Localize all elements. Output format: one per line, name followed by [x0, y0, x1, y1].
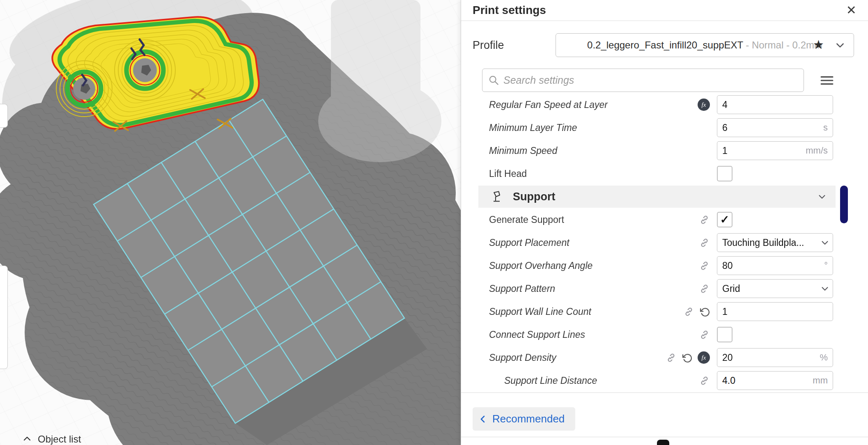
setting-label: Lift Head — [489, 168, 527, 179]
setting-checkbox[interactable] — [717, 327, 733, 342]
setting-control: 1mm/s — [717, 141, 833, 160]
setting-label: Support Wall Line Count — [489, 306, 591, 317]
setting-control: 6s — [717, 118, 833, 137]
section-header-support[interactable]: Support — [478, 186, 836, 208]
setting-input[interactable]: 4 — [717, 95, 833, 114]
setting-icons — [699, 260, 710, 271]
setting-label: Support Placement — [489, 237, 569, 248]
setting-row-generate-support: Generate Support✓ — [489, 208, 833, 231]
recommended-label: Recommended — [492, 413, 565, 425]
setting-value: 4 — [722, 99, 828, 110]
setting-row-support-overhang-angle: Support Overhang Angle80° — [489, 254, 833, 277]
revert-icon[interactable] — [700, 307, 710, 317]
chevron-down-icon — [835, 40, 845, 50]
setting-icons — [699, 375, 710, 386]
setting-checkbox[interactable] — [717, 166, 733, 181]
profile-value: 0.2_leggero_Fast_infill20_suppEXT — [587, 39, 743, 51]
setting-label: Support Overhang Angle — [489, 260, 592, 271]
scrollbar-thumb[interactable] — [840, 186, 848, 223]
setting-control: 4 — [717, 95, 833, 114]
setting-select[interactable]: Grid — [717, 279, 833, 298]
recommended-button[interactable]: Recommended — [473, 407, 575, 431]
setting-input[interactable]: 1 — [717, 302, 833, 321]
link-icon[interactable] — [666, 352, 677, 363]
search-input[interactable]: Search settings — [482, 69, 804, 92]
setting-control — [717, 327, 833, 342]
setting-control — [717, 166, 833, 181]
setting-select[interactable]: Touching Buildpla... — [717, 233, 833, 252]
setting-input[interactable]: 80° — [717, 256, 833, 275]
setting-value: 1 — [722, 145, 806, 156]
setting-row-lift-head: Lift Head — [489, 162, 833, 185]
left-toolbar-fragment-bottom[interactable] — [0, 266, 8, 369]
fx-icon[interactable]: fx — [698, 351, 710, 364]
link-icon[interactable] — [699, 329, 710, 340]
setting-control: 80° — [717, 256, 833, 275]
setting-input[interactable]: 1mm/s — [717, 141, 833, 160]
setting-value: Grid — [722, 283, 740, 294]
settings-list: Regular Fan Speed at Layerfx4Minimum Lay… — [461, 95, 868, 393]
setting-control: 20% — [717, 348, 833, 367]
object-list-button[interactable]: Object list — [22, 430, 81, 445]
setting-label: Minimum Layer Time — [489, 122, 577, 133]
setting-control: 4.0mm — [717, 371, 833, 390]
link-icon[interactable] — [699, 283, 710, 294]
chevron-down-icon — [820, 284, 829, 293]
revert-icon[interactable] — [682, 353, 692, 363]
viewport-3d[interactable]: Object list — [0, 0, 461, 445]
setting-row-connect-support-lines: Connect Support Lines — [489, 323, 833, 346]
setting-row-minimum-layer-time: Minimum Layer Time6s — [489, 116, 833, 139]
object-list-label: Object list — [38, 434, 81, 445]
setting-label: Connect Support Lines — [489, 329, 585, 340]
setting-row-support-line-distance: Support Line Distance4.0mm — [489, 369, 833, 392]
setting-icons — [699, 237, 710, 248]
sliced-model-render — [0, 0, 461, 445]
setting-input[interactable]: 20% — [717, 348, 833, 367]
profile-row: Profile 0.2_leggero_Fast_infill20_suppEX… — [473, 33, 854, 57]
panel-header: Print settings ✕ — [461, 0, 868, 21]
setting-label: Minimum Speed — [489, 145, 557, 156]
setting-label: Regular Fan Speed at Layer — [489, 99, 608, 110]
print-settings-panel: Print settings ✕ Profile 0.2_leggero_Fas… — [461, 0, 868, 445]
setting-value: Touching Buildpla... — [722, 237, 804, 248]
support-category-icon — [491, 190, 504, 203]
setting-icons — [699, 329, 710, 340]
setting-row-minimum-speed: Minimum Speed1mm/s — [489, 139, 833, 162]
setting-value: 6 — [722, 122, 823, 133]
setting-value: 1 — [722, 306, 828, 317]
bottom-strip — [461, 437, 868, 445]
setting-value: 4.0 — [722, 375, 813, 386]
search-row: Search settings — [482, 69, 868, 92]
link-icon[interactable] — [699, 375, 710, 386]
setting-unit: mm/s — [806, 145, 828, 156]
search-placeholder: Search settings — [503, 74, 574, 86]
profile-dropdown[interactable]: 0.2_leggero_Fast_infill20_suppEXT - Norm… — [556, 33, 854, 57]
setting-control: Grid — [717, 279, 833, 298]
link-icon[interactable] — [683, 306, 694, 317]
setting-value: 20 — [722, 352, 820, 363]
setting-label: Support Line Distance — [504, 375, 597, 386]
clipped-icon-fragment — [657, 440, 669, 445]
star-icon[interactable]: ★ — [813, 37, 824, 52]
panel-footer: Recommended — [461, 392, 868, 437]
link-icon[interactable] — [699, 237, 710, 248]
setting-unit: % — [820, 352, 828, 363]
setting-row-support-placement: Support PlacementTouching Buildpla... — [489, 231, 833, 254]
left-toolbar-fragment-top[interactable] — [0, 104, 8, 128]
setting-icons — [699, 214, 710, 225]
menu-icon[interactable] — [820, 75, 834, 86]
close-icon[interactable]: ✕ — [846, 4, 857, 16]
setting-checkbox[interactable]: ✓ — [717, 212, 733, 227]
fx-icon[interactable]: fx — [698, 99, 710, 111]
chevron-left-icon — [478, 414, 488, 424]
setting-control: ✓ — [717, 212, 833, 227]
link-icon[interactable] — [699, 214, 710, 225]
search-icon — [488, 75, 499, 86]
setting-row-regular-fan-speed-at-layer: Regular Fan Speed at Layerfx4 — [489, 95, 833, 116]
setting-input[interactable]: 6s — [717, 118, 833, 137]
setting-unit: ° — [824, 260, 828, 271]
setting-input[interactable]: 4.0mm — [717, 371, 833, 390]
link-icon[interactable] — [699, 260, 710, 271]
check-icon: ✓ — [720, 214, 730, 225]
setting-control: Touching Buildpla... — [717, 233, 833, 252]
